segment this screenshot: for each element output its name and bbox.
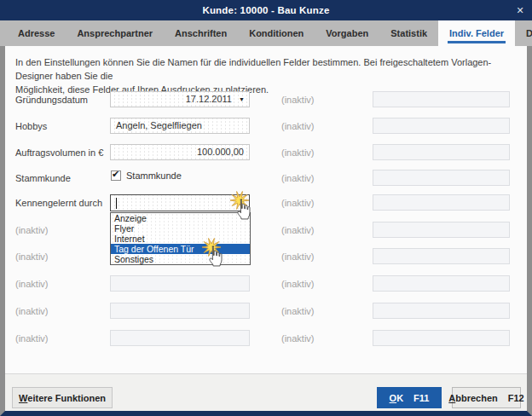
field-label-stammkunde: Stammkunde (15, 173, 71, 183)
window-title: Kunde: 10000 - Bau Kunze (202, 5, 329, 15)
tab-bar: Adresse Ansprechpartner Anschriften Kond… (0, 20, 532, 46)
inactive-field (373, 194, 510, 211)
weitere-funktionen-button[interactable]: Weitere Funktionen (12, 387, 113, 408)
field-row: (inaktiv) (inaktiv) (5, 222, 527, 239)
inactive-field (373, 144, 510, 160)
field-row: Stammkunde ✔ Stammkunde (inaktiv) (5, 170, 527, 187)
inactive-field (373, 118, 510, 134)
combo-dropdown-arrow-icon[interactable]: ▼ (239, 199, 245, 205)
tab-konditionen[interactable]: Konditionen (238, 20, 315, 46)
abbrechen-fkey-label: F12 (508, 393, 524, 403)
ok-fkey-label: F11 (413, 393, 429, 403)
field-row: (inaktiv) (inaktiv) (5, 275, 527, 292)
field-row: (inaktiv) (inaktiv) (5, 248, 527, 265)
dropdown-item-internet[interactable]: Internet (111, 234, 250, 244)
ok-button[interactable]: OK F11 (377, 387, 442, 408)
abbrechen-button[interactable]: Abbrechen F12 (452, 387, 521, 408)
field-row: Kennengelernt durch ▼ (inaktiv) (5, 194, 527, 211)
right-inactive-label: (inaktiv) (281, 147, 315, 158)
field-row: (inaktiv) (inaktiv) (5, 330, 527, 347)
right-inactive-label: (inaktiv) (281, 333, 315, 344)
text-caret (116, 198, 117, 209)
gruendungsdatum-value: 17.12.2011 (186, 94, 232, 104)
inactive-field (373, 170, 510, 186)
ok-label: OK (390, 393, 404, 403)
stammkunde-checkbox-group[interactable]: ✔ Stammkunde (111, 170, 182, 181)
right-inactive-label: (inaktiv) (281, 279, 315, 289)
right-inactive-label: (inaktiv) (281, 198, 315, 208)
title-bar: Kunde: 10000 - Bau Kunze ✕ (0, 0, 532, 20)
tab-dokumente[interactable]: Dokumente (515, 20, 532, 46)
stammkunde-checkbox[interactable]: ✔ (111, 170, 121, 181)
inactive-field (110, 275, 250, 292)
date-dropdown-arrow-icon[interactable]: ▼ (239, 96, 245, 102)
field-label-gruendungsdatum: Gründungsdatum (15, 95, 88, 105)
button-bar: Weitere Funktionen OK F11 Abbrechen F12 (5, 373, 527, 411)
hobbys-text-field[interactable]: Angeln, Segelfliegen (110, 118, 250, 134)
right-inactive-label: (inaktiv) (281, 251, 315, 262)
checkmark-icon: ✔ (112, 169, 119, 180)
tab-statistik[interactable]: Statistik (379, 20, 438, 46)
gruendungsdatum-date-field[interactable]: 17.12.2011 ▼ (110, 91, 250, 107)
field-label-hobbys: Hobbys (15, 121, 47, 131)
inactive-field (110, 330, 250, 346)
right-inactive-label: (inaktiv) (281, 121, 315, 131)
tab-adresse[interactable]: Adresse (7, 20, 66, 46)
inactive-field (373, 275, 510, 292)
dropdown-item-flyer[interactable]: Flyer (111, 223, 250, 234)
tab-indiv-felder[interactable]: Indiv. Felder (438, 20, 515, 46)
dropdown-item-tag-der-offenen-tuer[interactable]: Tag der Offenen Tür (111, 244, 250, 254)
dropdown-item-sonstiges[interactable]: Sonstiges (111, 254, 250, 264)
left-inactive-label: (inaktiv) (15, 279, 49, 289)
tab-ansprechpartner[interactable]: Ansprechpartner (66, 20, 164, 46)
inactive-field (373, 303, 510, 319)
right-inactive-label: (inaktiv) (281, 173, 315, 183)
stammkunde-checkbox-label: Stammkunde (126, 170, 182, 181)
right-inactive-label: (inaktiv) (281, 225, 315, 235)
left-inactive-label: (inaktiv) (15, 251, 49, 262)
tab-vorgaben[interactable]: Vorgaben (315, 20, 379, 46)
left-inactive-label: (inaktiv) (15, 333, 49, 344)
dialog-body: In den Einstellungen können Sie die Name… (0, 46, 532, 416)
inactive-field (373, 248, 510, 264)
inactive-field (373, 91, 510, 107)
inactive-field (373, 222, 510, 238)
customer-dialog-window: Kunde: 10000 - Bau Kunze ✕ Adresse Anspr… (0, 0, 532, 416)
left-inactive-label: (inaktiv) (15, 225, 49, 235)
close-icon[interactable]: ✕ (508, 0, 532, 20)
inactive-field (110, 303, 250, 319)
inactive-field (373, 330, 510, 346)
right-inactive-label: (inaktiv) (281, 95, 315, 105)
abbrechen-label: Abbrechen (448, 393, 497, 403)
auftragsvolumen-number-field[interactable]: 100.000,00 (110, 144, 250, 160)
field-label-kennengelernt: Kennengelernt durch (15, 198, 102, 208)
kennengelernt-combobox[interactable]: ▼ (110, 194, 250, 211)
tab-anschriften[interactable]: Anschriften (164, 20, 238, 46)
field-row: (inaktiv) (inaktiv) (5, 303, 527, 320)
dropdown-item-anzeige[interactable]: Anzeige (111, 213, 250, 223)
kennengelernt-dropdown-list: Anzeige Flyer Internet Tag der Offenen T… (110, 212, 251, 265)
intro-text: In den Einstellungen können Sie die Name… (15, 55, 515, 96)
field-label-auftragsvolumen: Auftragsvolumen in € (15, 147, 103, 158)
right-inactive-label: (inaktiv) (281, 306, 315, 316)
field-row: Hobbys Angeln, Segelfliegen (inaktiv) (5, 118, 527, 135)
field-row: Gründungsdatum 17.12.2011 ▼ (inaktiv) (5, 91, 527, 108)
field-row: Auftragsvolumen in € 100.000,00 (inaktiv… (5, 144, 527, 161)
weitere-funktionen-label: Weitere Funktionen (19, 393, 106, 403)
intro-line-1: In den Einstellungen können Sie die Name… (15, 55, 515, 83)
left-inactive-label: (inaktiv) (15, 306, 49, 316)
